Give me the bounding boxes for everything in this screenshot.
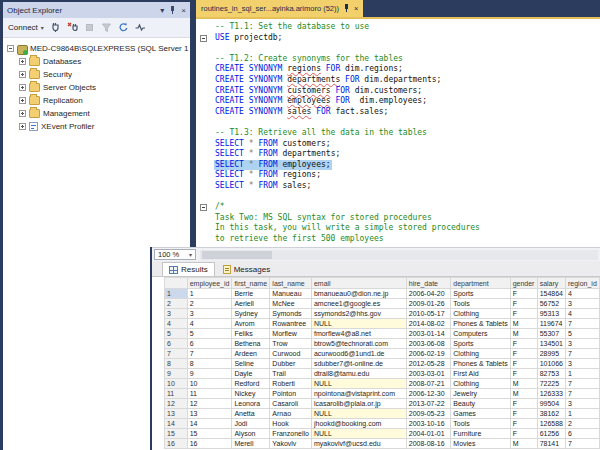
grid-cell[interactable]: Feliks [232, 329, 270, 339]
connect-plug-icon[interactable] [50, 22, 61, 33]
grid-cell[interactable]: Dayle [232, 369, 270, 379]
code-line[interactable]: to retrieve the first 500 employees [214, 234, 600, 245]
expand-icon[interactable] [19, 123, 26, 130]
code-line[interactable]: SELECT * FROM customers; [214, 139, 600, 150]
row-number-cell[interactable]: 4 [165, 319, 188, 329]
grid-cell[interactable]: dtrail8@tamu.edu [311, 369, 406, 379]
code-line[interactable]: USE projectdb; [214, 33, 600, 44]
grid-cell[interactable]: Computers [451, 329, 510, 339]
column-header-gender[interactable]: gender [510, 278, 537, 289]
row-number-cell[interactable]: 15 [165, 429, 188, 439]
grid-cell[interactable]: NULL [311, 429, 406, 439]
grid-cell[interactable]: Phones & Tablets [451, 359, 510, 369]
tree-node-server[interactable]: MED-C9864B\SQLEXPRESS (SQL Server 1 [3, 42, 190, 55]
grid-cell[interactable]: Nickey [232, 389, 270, 399]
grid-cell[interactable]: Pointon [270, 389, 312, 399]
grid-cell[interactable]: 3 [565, 299, 599, 309]
grid-cell[interactable]: 2013-07-22 [406, 399, 451, 409]
grid-cell[interactable]: 95313 [537, 309, 565, 319]
code-line[interactable]: SELECT * FROM regions; [214, 170, 600, 181]
grid-cell[interactable]: 9 [187, 369, 232, 379]
zoom-level-dropdown[interactable]: 100 % ▾ [154, 249, 196, 260]
code-line[interactable]: CREATE SYNONYM sales FOR fact.sales; [214, 107, 600, 118]
code-line[interactable]: -- T1.3: Retrieve all the data in the ta… [214, 128, 600, 139]
grid-cell[interactable]: 8 [187, 359, 232, 369]
pin-icon[interactable] [169, 6, 176, 15]
grid-cell[interactable]: 14 [187, 419, 232, 429]
grid-cell[interactable]: 2010-05-17 [406, 309, 451, 319]
grid-cell[interactable]: 3 [565, 339, 599, 349]
grid-cell[interactable]: Manueau [270, 289, 312, 299]
grid-cell[interactable]: M [510, 329, 537, 339]
grid-cell[interactable]: 15 [187, 429, 232, 439]
window-position-icon[interactable]: ▾ [160, 6, 164, 15]
row-number-cell[interactable]: 13 [165, 409, 188, 419]
tree-node-security[interactable]: Security [3, 68, 190, 81]
code-line[interactable] [214, 192, 600, 203]
grid-cell[interactable]: 1 [565, 369, 599, 379]
grid-cell[interactable]: 2014-08-02 [406, 319, 451, 329]
grid-cell[interactable]: 55307 [537, 329, 565, 339]
grid-cell[interactable]: F [510, 289, 537, 299]
column-header-last_name[interactable]: last_name [270, 278, 312, 289]
grid-cell[interactable]: Casaroli [270, 399, 312, 409]
grid-cell[interactable]: F [510, 429, 537, 439]
scrollbar-thumb[interactable] [202, 251, 272, 259]
code-line[interactable]: SELECT * FROM departments; [214, 149, 600, 160]
code-line[interactable]: In this task, you will write a simple st… [214, 223, 600, 234]
code-line[interactable]: SELECT * FROM employees; [214, 160, 600, 171]
grid-cell[interactable]: 7 [565, 349, 599, 359]
grid-cell[interactable]: 7 [565, 389, 599, 399]
close-icon[interactable]: × [354, 4, 358, 13]
grid-cell[interactable]: Arnao [270, 409, 312, 419]
expand-icon[interactable] [19, 84, 26, 91]
grid-cell[interactable]: Clothing [451, 309, 510, 319]
grid-cell[interactable]: 2006-02-19 [406, 349, 451, 359]
grid-cell[interactable]: 13 [187, 409, 232, 419]
code-line[interactable]: CREATE SYNONYM employees FOR dim.employe… [214, 96, 600, 107]
grid-cell[interactable]: 7 [565, 379, 599, 389]
grid-cell[interactable]: Merell [232, 439, 270, 449]
tree-node-management[interactable]: Management [3, 107, 190, 120]
grid-cell[interactable]: Rowantree [270, 319, 312, 329]
grid-cell[interactable]: amcnee1@google.es [311, 299, 406, 309]
row-number-cell[interactable]: 10 [165, 379, 188, 389]
grid-cell[interactable]: 2006-04-20 [406, 289, 451, 299]
grid-cell[interactable]: 1 [565, 409, 599, 419]
grid-cell[interactable]: Aeriell [232, 299, 270, 309]
column-header-hire_date[interactable]: hire_date [406, 278, 451, 289]
grid-cell[interactable]: F [510, 399, 537, 409]
code-line[interactable]: CREATE SYNONYM departments FOR dim.depar… [214, 75, 600, 86]
grid-cell[interactable]: M [510, 379, 537, 389]
grid-cell[interactable]: Franzonello [270, 429, 312, 439]
grid-cell[interactable]: F [510, 369, 537, 379]
grid-cell[interactable]: btrow5@technorati.com [311, 339, 406, 349]
row-number-cell[interactable]: 1 [165, 289, 188, 299]
grid-cell[interactable]: Bethena [232, 339, 270, 349]
grid-cell[interactable]: 3 [187, 309, 232, 319]
grid-cell[interactable]: Redford [232, 379, 270, 389]
grid-cell[interactable]: Alyson [232, 429, 270, 439]
grid-cell[interactable]: M [510, 389, 537, 399]
grid-cell[interactable]: 6 [187, 339, 232, 349]
grid-cell[interactable]: 4 [565, 309, 599, 319]
grid-cell[interactable]: Dubber [270, 359, 312, 369]
grid-cell[interactable]: lcasarolib@plala.or.jp [311, 399, 406, 409]
grid-cell[interactable]: Clothing [451, 379, 510, 389]
grid-cell[interactable]: 2003-01-14 [406, 329, 451, 339]
grid-cell[interactable]: Curwood [270, 349, 312, 359]
grid-cell[interactable]: myakovlvf@ucsd.edu [311, 439, 406, 449]
grid-cell[interactable]: Movies [451, 439, 510, 449]
grid-cell[interactable]: 2003-10-16 [406, 419, 451, 429]
grid-cell[interactable]: F [510, 359, 537, 369]
grid-cell[interactable]: 10 [187, 379, 232, 389]
grid-cell[interactable]: bmanueau0@dion.ne.jp [311, 289, 406, 299]
row-number-cell[interactable]: 7 [165, 349, 188, 359]
grid-cell[interactable]: 134501 [537, 339, 565, 349]
document-tab[interactable]: routines_in_sql_ser...ayinka.arimoro (52… [196, 0, 363, 17]
grid-cell[interactable]: fmorflew4@a8.net [311, 329, 406, 339]
grid-cell[interactable]: 3 [565, 399, 599, 409]
expand-icon[interactable] [19, 97, 26, 104]
grid-cell[interactable]: F [510, 339, 537, 349]
grid-cell[interactable]: 99504 [537, 399, 565, 409]
